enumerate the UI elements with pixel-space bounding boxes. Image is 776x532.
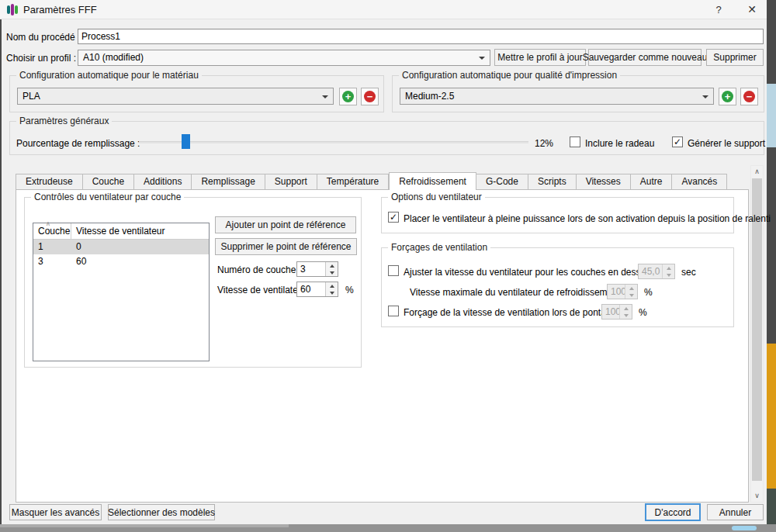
column-header-fan-speed[interactable]: Vitesse de ventilateur: [71, 223, 165, 239]
fan-options-group: Options du ventilateur ✓ Placer le venti…: [381, 197, 734, 233]
tab-vitesses[interactable]: Vitesses: [577, 174, 631, 190]
tab-extrudeuse[interactable]: Extrudeuse: [16, 174, 83, 190]
general-settings-title: Paramètres généraux: [16, 116, 112, 126]
tab-remplissage[interactable]: Remplissage: [192, 174, 265, 190]
tab-support[interactable]: Support: [265, 174, 317, 190]
spin-up-icon[interactable]: [663, 264, 674, 271]
fan-overrides-group: Forçages de ventilation Ajuster la vites…: [381, 247, 734, 327]
tab-température[interactable]: Température: [317, 174, 389, 190]
remove-quality-button[interactable]: −: [740, 88, 758, 105]
spin-down-icon[interactable]: [326, 269, 338, 276]
fan-speed-spinner[interactable]: 60: [296, 282, 338, 297]
spin-up-icon[interactable]: [326, 262, 338, 269]
update-profile-button[interactable]: Mettre le profil à jour: [494, 49, 586, 66]
fan-blip-checkbox[interactable]: ✓: [388, 212, 399, 223]
adjust-fan-below-spinner[interactable]: 45,0: [638, 264, 675, 279]
add-quality-button[interactable]: +: [719, 88, 736, 105]
max-fan-speed-value: 100: [608, 285, 625, 299]
tab-scripts[interactable]: Scripts: [528, 174, 577, 190]
material-select[interactable]: PLA: [17, 88, 334, 105]
fan-speed-value: 60: [297, 282, 325, 296]
tab-g-code[interactable]: G-Code: [476, 174, 528, 190]
add-setpoint-button[interactable]: Ajouter un point de référence: [215, 216, 356, 233]
fan-table-body: 10360: [33, 240, 209, 269]
adjust-fan-below-unit: sec: [681, 267, 696, 278]
tab-couche[interactable]: Couche: [83, 174, 134, 190]
spin-down-icon[interactable]: [326, 289, 338, 296]
scroll-down-icon[interactable]: ∨: [751, 490, 763, 502]
slider-track: [139, 141, 528, 143]
chevron-down-icon: [479, 57, 485, 60]
spin-up-icon[interactable]: [620, 305, 632, 312]
select-models-button[interactable]: Sélectionner des modèles: [108, 504, 215, 520]
quality-select-value: Medium-2.5: [405, 91, 454, 102]
adjust-fan-below-value: 45,0: [639, 264, 662, 278]
cancel-button[interactable]: Annuler: [707, 504, 764, 520]
fan-setpoint-table[interactable]: ∧ Couche Vitesse de ventilateur 10360: [33, 223, 210, 361]
column-header-layer[interactable]: Couche: [33, 223, 71, 239]
add-material-button[interactable]: +: [339, 88, 357, 105]
table-cell: 0: [71, 240, 81, 254]
spin-down-icon[interactable]: [625, 292, 637, 299]
table-row[interactable]: 10: [33, 240, 209, 254]
spinner-arrows[interactable]: [625, 285, 637, 299]
tab-autre[interactable]: Autre: [631, 174, 673, 190]
fan-speed-unit: %: [345, 285, 354, 295]
fff-settings-dialog: Paramètres FFF ? ✕ Nom du procédé : Choi…: [0, 0, 767, 524]
hide-advanced-button[interactable]: Masquer les avancés: [9, 504, 102, 520]
background-app-dark-bottom: [767, 489, 776, 524]
spin-down-icon[interactable]: [620, 312, 632, 319]
fan-layer-controls-group: Contrôles du ventilateur par couche ∧ Co…: [24, 197, 362, 368]
fan-speed-label: Vitesse de ventilateur: [217, 285, 307, 295]
quality-config-title: Configuration automatique pour qualité d…: [399, 70, 620, 81]
delete-profile-button[interactable]: Supprimer: [706, 49, 764, 66]
window-title: Paramètres FFF: [23, 0, 97, 19]
save-as-new-button[interactable]: Sauvegarder comme nouveau: [588, 49, 702, 66]
table-cell: 3: [33, 254, 71, 269]
profile-select-value: A10 (modified): [83, 52, 144, 63]
process-name-input[interactable]: [78, 29, 764, 44]
scroll-up-icon[interactable]: ∧: [751, 166, 763, 178]
spin-up-icon[interactable]: [326, 282, 338, 289]
slider-thumb[interactable]: [182, 134, 190, 149]
quality-select[interactable]: Medium-2.5: [400, 88, 714, 105]
table-row[interactable]: 360: [33, 254, 209, 269]
bridging-fan-checkbox[interactable]: [388, 306, 399, 316]
plus-icon: +: [342, 91, 354, 102]
spinner-arrows[interactable]: [662, 264, 674, 278]
spinner-arrows[interactable]: [325, 282, 338, 296]
background-model-orange: [767, 344, 776, 489]
spinner-arrows[interactable]: [325, 262, 338, 276]
infill-percentage-label: Pourcentage de remplissage :: [16, 138, 140, 149]
include-raft-checkbox[interactable]: [570, 136, 580, 147]
spin-up-icon[interactable]: [625, 285, 637, 292]
table-cell: 1: [33, 240, 71, 254]
background-left-edge: [0, 19, 2, 524]
tab-refroidissement[interactable]: Refroidissement: [389, 172, 476, 190]
help-button[interactable]: ?: [705, 0, 733, 19]
layer-number-spinner[interactable]: 3: [296, 261, 338, 277]
adjust-fan-below-checkbox[interactable]: [388, 265, 399, 276]
table-cell: 60: [71, 254, 86, 269]
tab-additions[interactable]: Additions: [134, 174, 192, 190]
minus-icon: −: [743, 91, 755, 102]
close-icon[interactable]: ✕: [737, 0, 767, 19]
ok-button[interactable]: D'accord: [645, 503, 701, 521]
spinner-arrows[interactable]: [619, 305, 632, 319]
profile-select[interactable]: A10 (modified): [78, 50, 490, 66]
sort-indicator-icon: ∧: [46, 220, 50, 227]
app-logo-icon: [7, 4, 19, 16]
remove-setpoint-button[interactable]: Supprimer le point de référence: [215, 238, 357, 255]
material-select-value: PLA: [23, 91, 40, 102]
plus-icon: +: [722, 91, 733, 102]
spin-down-icon[interactable]: [663, 271, 674, 278]
bridging-fan-spinner[interactable]: 100: [601, 304, 632, 320]
infill-slider[interactable]: [139, 134, 528, 150]
remove-material-button[interactable]: −: [361, 88, 379, 105]
table-header[interactable]: ∧ Couche Vitesse de ventilateur: [33, 223, 209, 240]
bridging-fan-label: Forçage de la vitesse de ventilation lor…: [404, 307, 616, 318]
cooling-tab-pane: Contrôles du ventilateur par couche ∧ Co…: [16, 189, 749, 503]
max-fan-speed-spinner[interactable]: 100: [607, 284, 638, 299]
tab-avancés[interactable]: Avancés: [672, 174, 727, 190]
generate-support-checkbox[interactable]: ✓: [672, 136, 683, 147]
